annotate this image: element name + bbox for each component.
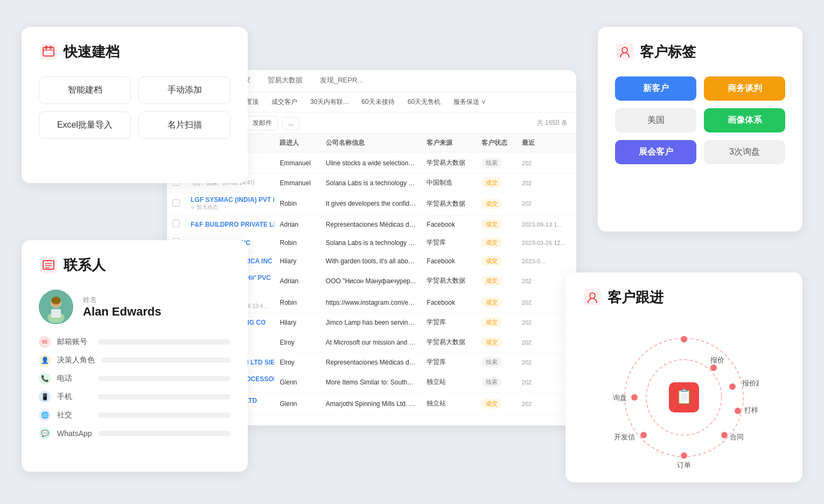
row-status: 成交	[476, 393, 516, 415]
row-checkbox[interactable]	[167, 215, 185, 234]
subtab-30days[interactable]: 30天内有联...	[305, 95, 354, 109]
social-icon: 🌐	[39, 409, 51, 421]
contact-card-icon	[39, 255, 58, 275]
table-row[interactable]: LGF SYSMAC (INDIA) PVT LTD ⊙ 暂无动态 Robin …	[167, 192, 576, 215]
dot-inquiry	[631, 394, 638, 401]
contact-field-whatsapp: 💬 WhatsApp	[39, 428, 231, 439]
row-source: 学贸库	[421, 234, 476, 252]
label-contract: 合同	[730, 433, 744, 441]
row-person: Glenn	[274, 393, 320, 415]
row-date: 2023-0...	[516, 252, 576, 270]
row-checkbox[interactable]	[167, 192, 185, 215]
follow-title-row: 客户跟进	[583, 288, 785, 307]
row-person: Hilary	[274, 313, 320, 332]
svg-point-15	[51, 297, 61, 304]
mobile-icon: 📱	[39, 391, 51, 403]
label-inquiry: 询盘	[613, 394, 627, 402]
smart-archive-button[interactable]: 智能建档	[39, 76, 131, 104]
row-source: Facebook	[421, 252, 476, 270]
customer-tags-card: 客户标签 新客户 商务谈判 美国 画像体系 展会客户 3次询盘	[598, 27, 802, 232]
tag-usa[interactable]: 美国	[615, 108, 696, 132]
tag-inquiry-count[interactable]: 3次询盘	[704, 140, 785, 164]
dot-order	[681, 452, 687, 459]
tab-discover[interactable]: 发现_REPR...	[311, 70, 372, 92]
role-icon: 👤	[39, 354, 51, 366]
contact-card-title-row: 联系人	[39, 255, 231, 275]
tag-portrait-system[interactable]: 画像体系	[704, 108, 785, 132]
row-company: F&F BUILDPRO PRIVATE LIMITED	[185, 215, 274, 234]
label-quote: 报价	[710, 356, 724, 364]
row-desc: Representaciones Médicas del ...	[320, 215, 422, 234]
customer-tags-title-row: 客户标签	[615, 42, 785, 61]
row-desc: More Items Similar to: Souther...	[320, 372, 422, 393]
row-source: Facebook	[421, 292, 476, 313]
contact-header: 姓名 Alan Edwards	[39, 290, 231, 324]
excel-import-button[interactable]: Excel批量导入	[39, 111, 131, 139]
card-scan-button[interactable]: 名片扫描	[138, 111, 231, 139]
row-person: Emmanuel	[274, 152, 320, 174]
quick-archive-card: 快速建档 智能建档 手动添加 Excel批量导入 名片扫描	[22, 27, 248, 183]
row-status: 成交	[476, 292, 516, 313]
contact-field-email: ✉ 邮箱账号	[39, 336, 231, 348]
row-source: 学贸易大数据	[421, 332, 476, 353]
dot-development	[640, 432, 647, 438]
quick-buttons-grid: 智能建档 手动添加 Excel批量导入 名片扫描	[39, 76, 231, 139]
subtab-60days-nosale[interactable]: 60天无售机	[402, 95, 446, 109]
row-date: 202	[516, 192, 576, 215]
email-label: 邮箱账号	[57, 337, 92, 347]
role-value-bar	[101, 358, 231, 363]
tag-business-negotiation[interactable]: 商务谈判	[704, 76, 785, 101]
subtab-60days-noreception[interactable]: 60天未接待	[356, 95, 400, 109]
row-person: Hilary	[274, 252, 320, 270]
row-date: 2023-03-26 12...	[516, 234, 576, 252]
row-status: 成交	[476, 332, 516, 353]
row-date: 2023-09-13 1...	[516, 215, 576, 234]
row-person: Elroy	[274, 332, 320, 353]
row-source: 学贸易大数据	[421, 192, 476, 215]
row-status: 成交	[476, 192, 516, 215]
avatar	[39, 290, 73, 324]
row-person: Elroy	[274, 353, 320, 372]
send-email-button[interactable]: 发邮件	[247, 116, 278, 130]
contact-field-phone: 📞 电话	[39, 373, 231, 384]
row-status: 线索	[476, 353, 516, 372]
svg-rect-2	[45, 46, 47, 49]
manual-add-button[interactable]: 手动添加	[138, 76, 231, 104]
quick-archive-title-row: 快速建档	[39, 42, 231, 61]
row-desc: At Microsoft our mission and va...	[320, 332, 422, 353]
row-desc: ООО "Нисон Мануфакчурер...	[320, 270, 422, 292]
row-company: LGF SYSMAC (INDIA) PVT LTD ⊙ 暂无动态	[185, 192, 274, 215]
th-status: 客户状态	[476, 134, 516, 152]
svg-rect-4	[616, 43, 633, 60]
row-desc: Solana Labs is a technology co...	[320, 234, 422, 252]
page-container: 快速建档 智能建档 手动添加 Excel批量导入 名片扫描 客户标签 新客户 商…	[0, 0, 824, 504]
th-person: 跟进人	[274, 134, 320, 152]
subtab-service[interactable]: 服务保送 ∨	[448, 95, 492, 109]
tab-trade-bigdata[interactable]: 贸易大数据	[259, 70, 311, 92]
row-date: 202	[516, 152, 576, 174]
social-label: 社交	[57, 410, 92, 420]
row-desc: Amarjothi Spinning Mills Ltd. Ab...	[320, 393, 422, 415]
row-person: Emmanuel	[274, 174, 320, 192]
contact-field-role: 👤 决策人角色	[39, 354, 231, 366]
more-actions-button[interactable]: ...	[282, 117, 299, 130]
customer-tags-title: 客户标签	[640, 43, 696, 61]
row-status: 成交	[476, 215, 516, 234]
subtab-deal[interactable]: 成交客户	[266, 95, 303, 109]
row-status: 成交	[476, 270, 516, 292]
svg-rect-17	[584, 289, 601, 306]
label-order: 订单	[677, 461, 691, 469]
follow-icon	[583, 288, 602, 307]
tag-exhibition-customer[interactable]: 展会客户	[615, 140, 696, 164]
table-row[interactable]: F&F BUILDPRO PRIVATE LIMITED Adrian Repr…	[167, 215, 576, 234]
tag-new-customer[interactable]: 新客户	[615, 76, 696, 101]
row-desc: Uline stocks a wide selection of...	[320, 152, 422, 174]
row-person: Robin	[274, 292, 320, 313]
follow-chart: 报价 报价跟进 打样 合同 订单 开发信 询盘 📋	[609, 322, 759, 473]
row-person: Robin	[274, 192, 320, 215]
th-desc: 公司名称信息	[320, 134, 422, 152]
row-desc: Representaciones Médicas del ...	[320, 353, 422, 372]
row-status: 成交	[476, 174, 516, 192]
label-development: 开发信	[614, 433, 635, 441]
row-person: Glenn	[274, 372, 320, 393]
